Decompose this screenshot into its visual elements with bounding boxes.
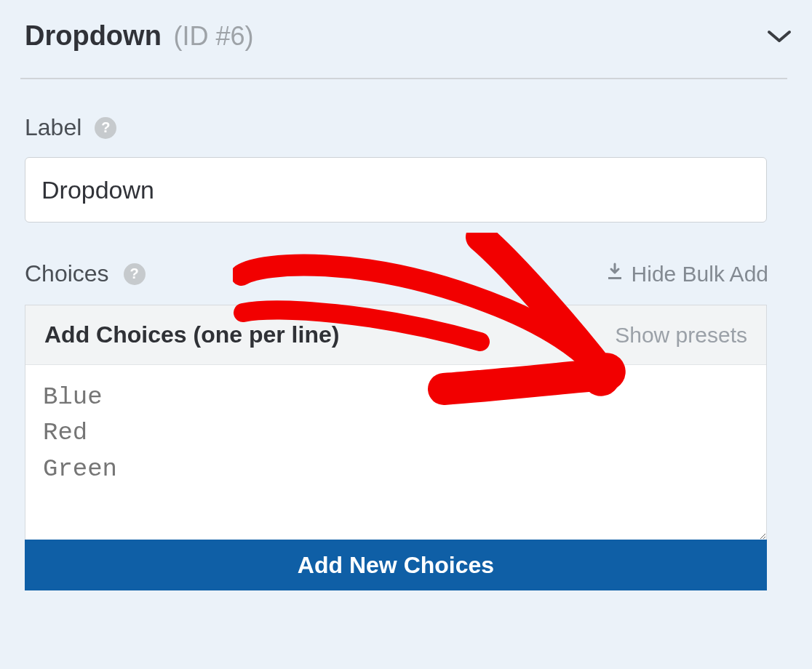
field-panel-header[interactable]: Dropdown (ID #6) xyxy=(20,15,792,78)
bulk-choices-textarea[interactable] xyxy=(25,365,766,540)
bulk-add-header: Add Choices (one per line) Show presets xyxy=(25,305,766,365)
label-section-header: Label ? xyxy=(25,114,792,141)
help-icon[interactable]: ? xyxy=(95,117,116,139)
bulk-add-title: Add Choices (one per line) xyxy=(44,321,339,348)
choices-section-header: Choices ? Hide Bulk Add xyxy=(25,260,768,287)
show-presets-link[interactable]: Show presets xyxy=(615,323,747,348)
help-icon[interactable]: ? xyxy=(124,263,146,285)
hide-bulk-add-link[interactable]: Hide Bulk Add xyxy=(605,262,768,287)
field-id: (ID #6) xyxy=(173,21,253,51)
label-section-title: Label xyxy=(25,114,81,141)
bulk-add-panel: Add Choices (one per line) Show presets xyxy=(25,305,767,540)
hide-bulk-add-label: Hide Bulk Add xyxy=(632,262,768,287)
chevron-down-icon[interactable] xyxy=(767,29,792,48)
label-input[interactable] xyxy=(25,157,767,223)
choices-section-title: Choices xyxy=(25,260,109,287)
download-icon xyxy=(605,262,624,287)
divider xyxy=(20,78,787,79)
field-title: Dropdown (ID #6) xyxy=(25,20,253,52)
add-new-choices-button[interactable]: Add New Choices xyxy=(25,540,767,590)
field-title-text: Dropdown xyxy=(25,20,162,51)
